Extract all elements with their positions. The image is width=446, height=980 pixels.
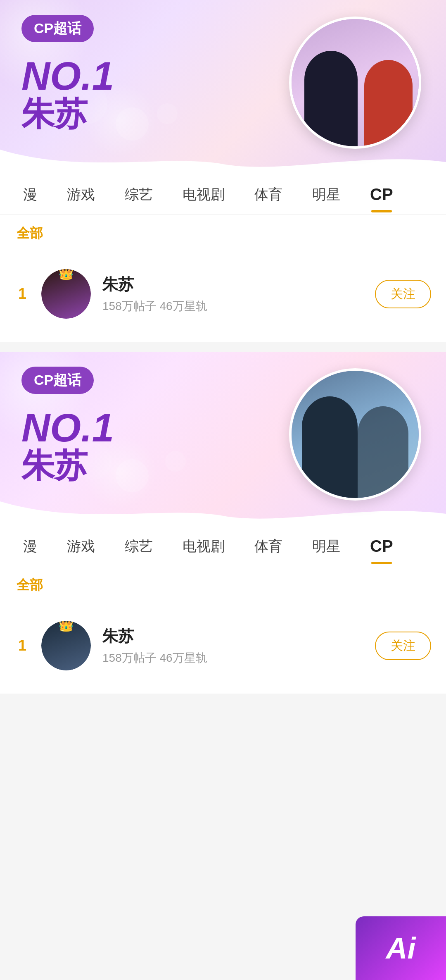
ai-label: Ai (386, 931, 416, 965)
hero-wave-1 (0, 150, 446, 174)
filter-row-1: 全部 (0, 215, 446, 251)
tab-variety-2[interactable]: 综艺 (110, 525, 168, 566)
list-item-2: 1 👑 朱苏 158万帖子 46万星轨 关注 (15, 613, 431, 679)
list-section-2: 1 👑 朱苏 158万帖子 46万星轨 关注 (0, 603, 446, 694)
tab-sports-2[interactable]: 体育 (240, 525, 297, 566)
tab-variety-1[interactable]: 综艺 (110, 174, 168, 214)
filter-row-2: 全部 (0, 566, 446, 603)
tab-man-1[interactable]: 漫 (8, 174, 52, 214)
follow-btn-1[interactable]: 关注 (375, 280, 431, 308)
list-name-1: 朱苏 (102, 274, 363, 295)
hero-name-2: 朱苏 (21, 448, 114, 484)
follow-btn-2[interactable]: 关注 (375, 632, 431, 660)
cp-supertopic-tag-1[interactable]: CP超话 (21, 15, 94, 42)
filter-all-btn-1[interactable]: 全部 (17, 223, 43, 244)
tab-games-2[interactable]: 游戏 (52, 525, 110, 566)
hero-title-2: NO.1 朱苏 (21, 408, 114, 484)
list-meta-1: 158万帖子 46万星轨 (102, 298, 363, 314)
list-avatar-2[interactable]: 👑 (41, 621, 91, 670)
list-avatar-1[interactable]: 👑 (41, 269, 91, 319)
crown-icon-1: 👑 (58, 269, 74, 281)
nav-tabs-section-1: 漫 游戏 综艺 电视剧 体育 明星 CP (0, 174, 446, 215)
hero-banner-1: CP超话 NO.1 朱苏 (0, 0, 446, 174)
section-gap-1 (0, 342, 446, 352)
nav-tabs-section-2: 漫 游戏 综艺 电视剧 体育 明星 CP (0, 525, 446, 566)
hero-avatar-1[interactable] (289, 17, 421, 149)
ai-badge[interactable]: Ai (356, 916, 446, 980)
list-section-1: 1 👑 朱苏 158万帖子 46万星轨 关注 (0, 251, 446, 342)
list-meta-2: 158万帖子 46万星轨 (102, 650, 363, 666)
hero-name-1: 朱苏 (21, 96, 114, 132)
list-info-2: 朱苏 158万帖子 46万星轨 (102, 626, 363, 666)
tab-stars-1[interactable]: 明星 (297, 174, 355, 214)
hero-avatar-2[interactable] (289, 368, 421, 501)
tab-tv-2[interactable]: 电视剧 (168, 525, 240, 566)
cp-supertopic-tag-2[interactable]: CP超话 (21, 367, 94, 394)
list-name-2: 朱苏 (102, 626, 363, 647)
filter-all-btn-2[interactable]: 全部 (17, 575, 43, 596)
tab-cp-1[interactable]: CP (355, 174, 408, 214)
list-item-1: 1 👑 朱苏 158万帖子 46万星轨 关注 (15, 261, 431, 327)
hero-rank-1: NO.1 (21, 56, 114, 96)
hero-rank-2: NO.1 (21, 408, 114, 448)
hero-wave-2 (0, 501, 446, 525)
tab-sports-1[interactable]: 体育 (240, 174, 297, 214)
crown-icon-2: 👑 (58, 621, 74, 632)
tab-man-2[interactable]: 漫 (8, 525, 52, 566)
tab-games-1[interactable]: 游戏 (52, 174, 110, 214)
tab-tv-1[interactable]: 电视剧 (168, 174, 240, 214)
list-rank-2: 1 (15, 637, 30, 654)
list-rank-1: 1 (15, 285, 30, 303)
hero-banner-2: CP超话 NO.1 朱苏 (0, 352, 446, 525)
tab-stars-2[interactable]: 明星 (297, 525, 355, 566)
hero-title-1: NO.1 朱苏 (21, 56, 114, 132)
tab-cp-2[interactable]: CP (355, 525, 408, 566)
list-info-1: 朱苏 158万帖子 46万星轨 (102, 274, 363, 314)
